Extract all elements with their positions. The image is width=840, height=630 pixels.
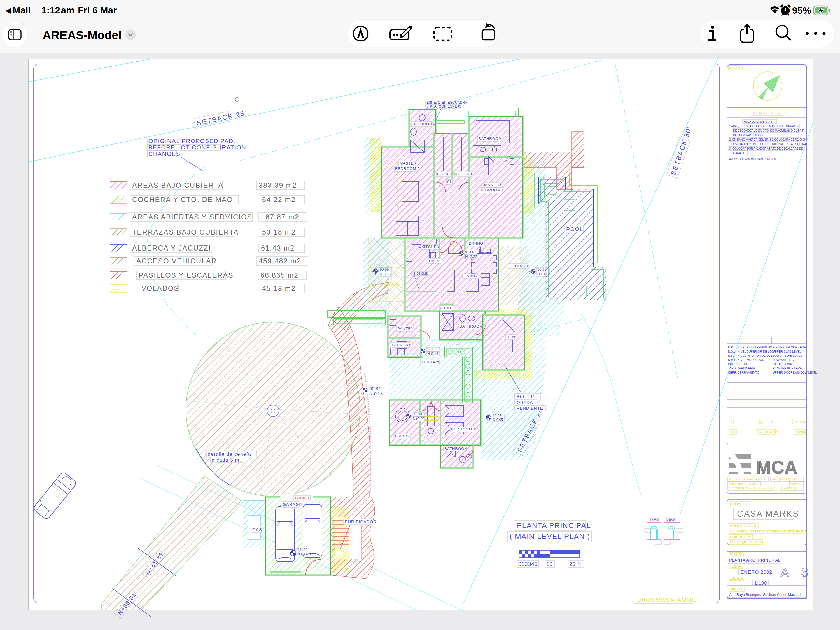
svg-text:N.I.L: N.I.L bbox=[728, 354, 734, 357]
svg-text:HOJA DE CAMBIO # 6: HOJA DE CAMBIO # 6 bbox=[744, 120, 772, 123]
svg-text:CL: CL bbox=[447, 180, 452, 184]
svg-text:PRETIL: PRETIL bbox=[737, 362, 748, 366]
svg-text:OVEN: OVEN bbox=[429, 259, 439, 263]
svg-text:PLANTA ARQ. PRINCIPAL: PLANTA ARQ. PRINCIPAL bbox=[729, 558, 780, 562]
svg-text:TERRACE: TERRACE bbox=[422, 360, 441, 364]
svg-text:BEFORE LOT CONFIGURATION: BEFORE LOT CONFIGURATION bbox=[148, 144, 246, 150]
svg-text:DEN: DEN bbox=[507, 335, 515, 339]
svg-text:BATHROOM: BATHROOM bbox=[459, 324, 483, 328]
svg-text:CHANGES.: CHANGES. bbox=[148, 150, 183, 157]
svg-text:(18'x8'): (18'x8') bbox=[295, 496, 309, 500]
svg-text:REVISION: REVISION bbox=[759, 430, 778, 434]
svg-text:N.M.B.: N.M.B. bbox=[728, 358, 737, 361]
svg-text:10: 10 bbox=[546, 561, 553, 567]
svg-text:N.S.L.: N.S.L. bbox=[728, 350, 736, 353]
svg-text:No.: No. bbox=[730, 430, 736, 434]
svg-text:DINING: DINING bbox=[469, 241, 483, 245]
svg-text:UBICACION:: UBICACION: bbox=[730, 535, 751, 539]
svg-text:PANTRY: PANTRY bbox=[397, 326, 414, 331]
svg-text:167.87 m2: 167.87 m2 bbox=[261, 213, 299, 221]
svg-text:90.82: 90.82 bbox=[427, 347, 437, 351]
svg-text:95%: 95% bbox=[792, 5, 811, 16]
svg-text:NIVEL INFERIOR DE LOSA: NIVEL INFERIOR DE LOSA bbox=[737, 354, 774, 357]
svg-text:ESPEJO EN ESCUADRA: ESPEJO EN ESCUADRA bbox=[426, 101, 467, 104]
svg-text:Matamoros y Ocampo.: Matamoros y Ocampo. bbox=[729, 482, 760, 485]
svg-text:LOWER SLAB LEVEL: LOWER SLAB LEVEL bbox=[773, 354, 802, 357]
svg-text:45.13 m2: 45.13 m2 bbox=[262, 285, 296, 292]
svg-text:N-0.18: N-0.18 bbox=[427, 351, 438, 356]
svg-text:( MAIN LEVEL PLAN ): ( MAIN LEVEL PLAN ) bbox=[510, 532, 590, 541]
svg-text:UPPER DOOR&WINDOW LEVEL: UPPER DOOR&WINDOW LEVEL bbox=[773, 371, 817, 374]
svg-text:BUILT-IN: BUILT-IN bbox=[516, 394, 536, 399]
svg-text:VOLADOS: VOLADOS bbox=[141, 285, 179, 292]
svg-text:UPPER SLAB LEVEL: UPPER SLAB LEVEL bbox=[773, 350, 801, 353]
svg-text:POOL: POOL bbox=[566, 226, 583, 232]
svg-text:Fecha: Fecha bbox=[795, 430, 805, 434]
svg-text:C.P. 23410 Cabo San Lucas B.C.: C.P. 23410 Cabo San Lucas B.C.S. bbox=[729, 486, 777, 490]
svg-text:N+0.00: N+0.00 bbox=[413, 416, 425, 421]
svg-text:AUDIO: AUDIO bbox=[440, 306, 451, 310]
svg-text:NIVEL SUPERIOR DE LOSA: NIVEL SUPERIOR DE LOSA bbox=[737, 350, 775, 353]
svg-text:PRETIL: PRETIL bbox=[728, 362, 738, 366]
svg-text:ESCALA:: ESCALA: bbox=[729, 576, 744, 580]
svg-text:FINISHED FLOOR LEVEL: FINISHED FLOOR LEVEL bbox=[773, 345, 807, 349]
svg-text:MASTER: MASTER bbox=[484, 183, 501, 187]
svg-text:N.P.T: N.P.T bbox=[728, 345, 735, 349]
svg-text:DRO/059//CATA/2000: DRO/059//CATA/2000 bbox=[637, 597, 697, 603]
svg-text:N-0.18: N-0.18 bbox=[369, 391, 383, 396]
svg-text:LIVING: LIVING bbox=[395, 434, 409, 438]
svg-text:general: general bbox=[761, 419, 772, 424]
svg-text:Tels. (91 114) 320 30: Tels. (91 114) 320 30 bbox=[772, 478, 801, 481]
svg-text:GAS: GAS bbox=[252, 527, 262, 532]
svg-text:ORIGINAL PROPOSED PAD,: ORIGINAL PROPOSED PAD, bbox=[148, 138, 235, 144]
svg-text:AREAS BAJO CUBIERTA: AREAS BAJO CUBIERTA bbox=[132, 181, 223, 189]
svg-text:PLANO:: PLANO: bbox=[729, 553, 742, 557]
svg-text:NOTAS GENERALES: NOTAS GENERALES bbox=[753, 111, 787, 115]
svg-text:a cada 5 m.: a cada 5 m. bbox=[212, 457, 241, 463]
svg-text:BEDROOM 1: BEDROOM 1 bbox=[451, 427, 476, 431]
svg-text:90.95: 90.95 bbox=[380, 268, 389, 272]
svg-text:Av. Lazaro Cardenas entre: Av. Lazaro Cardenas entre bbox=[729, 478, 765, 481]
svg-text:PARA EVITAR RUIDOS.: PARA EVITAR RUIDOS. bbox=[733, 134, 764, 137]
svg-text:GARAGE: GARAGE bbox=[283, 502, 302, 507]
svg-text:Fax 311 51: Fax 311 51 bbox=[781, 486, 796, 490]
svg-text:N-0.05: N-0.05 bbox=[493, 418, 503, 422]
svg-text:NIVEL PISO TERMINADO: NIVEL PISO TERMINADO bbox=[737, 345, 772, 349]
svg-text:PURIFICADOR: PURIFICADOR bbox=[345, 519, 377, 524]
svg-text:PARAPET WALL: PARAPET WALL bbox=[773, 362, 795, 366]
svg-text:BATHROOM: BATHROOM bbox=[444, 446, 467, 451]
svg-text:MASTER: MASTER bbox=[399, 161, 417, 165]
svg-text:MCA: MCA bbox=[756, 457, 798, 478]
svg-text:ESCUADRA Y UN ESPEJO COMO PTA.: ESCUADRA Y UN ESPEJO COMO PTA. EN LA ESQ… bbox=[733, 142, 807, 146]
svg-text:1:100: 1:100 bbox=[754, 581, 767, 586]
svg-text:90.95: 90.95 bbox=[537, 268, 546, 272]
svg-text:61.43 m2: 61.43 m2 bbox=[261, 244, 295, 252]
svg-text:64.22 m2: 64.22 m2 bbox=[262, 196, 296, 203]
svg-text:4- LOS BUILT-IN QUEDAN PENDIE: 4- LOS BUILT-IN QUEDAN PENDIENTES bbox=[729, 158, 782, 161]
svg-text:DE ESCONDERLO EN CTO. DE MAQU: DE ESCONDERLO EN CTO. DE MAQUINAS O CUBR… bbox=[733, 129, 804, 132]
svg-text:383.39 m2: 383.39 m2 bbox=[259, 181, 297, 189]
svg-text:90.95: 90.95 bbox=[493, 414, 501, 418]
svg-text:LOW WALL LEVEL: LOW WALL LEVEL bbox=[773, 358, 798, 361]
svg-text:PROPIEDAD DE:: PROPIEDAD DE: bbox=[730, 524, 758, 528]
svg-text:TERRACE: TERRACE bbox=[510, 264, 529, 268]
svg-text:JARDINERIA: JARDINERIA bbox=[737, 367, 755, 370]
svg-text:ENERO 2002: ENERO 2002 bbox=[741, 570, 772, 575]
svg-text:1- A/A QUE ESTA EL LADO DE MA: 1- A/A QUE ESTA EL LADO DE MASTERS, TRAT… bbox=[729, 125, 800, 128]
svg-text:CLOSET: CLOSET bbox=[437, 172, 452, 176]
svg-text:91.00: 91.00 bbox=[465, 250, 474, 254]
svg-text:L. L. MARKS INTEREST IN POSSE: L. L. MARKS INTEREST IN POSSESSION SETTL… bbox=[730, 530, 807, 533]
svg-text:BATHROOM: BATHROOM bbox=[478, 136, 502, 141]
svg-text:BATHROOM: BATHROOM bbox=[412, 122, 436, 126]
svg-text:detalle de cenefa: detalle de cenefa bbox=[208, 451, 251, 457]
svg-text:A—3: A—3 bbox=[781, 565, 808, 579]
svg-text:AREAS ABIERTAS Y SERVICIOS: AREAS ABIERTAS Y SERVICIOS bbox=[132, 213, 252, 221]
svg-text:GARAGE.: GARAGE. bbox=[733, 152, 746, 155]
svg-text:53.18 m2: 53.18 m2 bbox=[262, 228, 296, 236]
svg-text:CLOSET: CLOSET bbox=[458, 172, 473, 176]
svg-text:2- EN BAÑO MASTER DEL SR. SE: 2- EN BAÑO MASTER DEL SR. SE COLOCARA ES… bbox=[729, 138, 807, 141]
svg-text:Y PTA. CON ESPEJO: Y PTA. CON ESPEJO bbox=[426, 104, 462, 108]
svg-text:459.482 m2: 459.482 m2 bbox=[259, 257, 301, 265]
svg-text:CASA MARKS: CASA MARKS bbox=[737, 509, 799, 519]
svg-text:012345: 012345 bbox=[518, 561, 538, 567]
